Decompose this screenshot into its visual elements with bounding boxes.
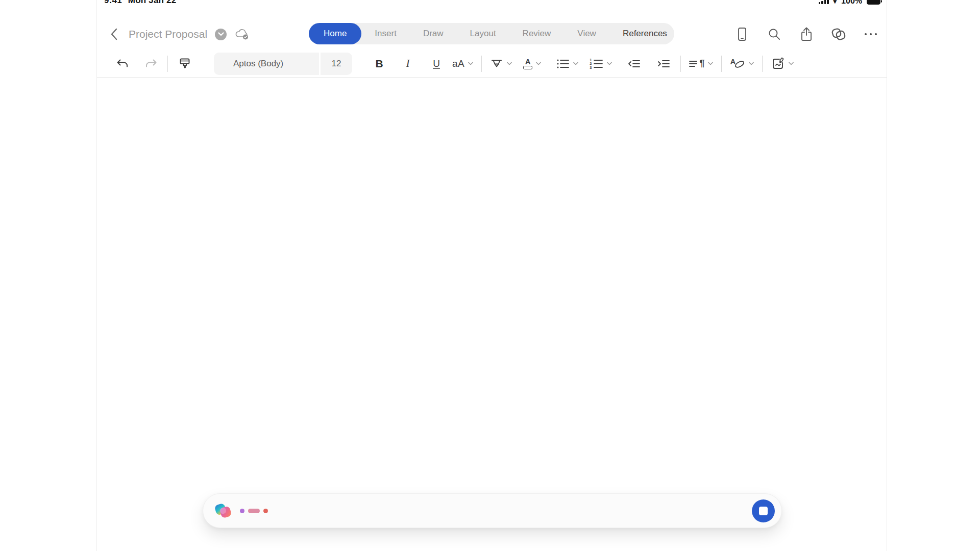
bold-button[interactable]: B [371, 53, 388, 75]
bullet-list-icon [556, 58, 570, 69]
format-painter-button[interactable] [176, 53, 193, 75]
typing-dot [263, 509, 268, 513]
font-name-selector[interactable]: Aptos (Body) [214, 53, 319, 75]
indent-icon [657, 59, 670, 69]
numbered-list-button[interactable]: 1 2 3 [590, 53, 612, 75]
format-painter-icon [178, 57, 191, 70]
copilot-button[interactable] [831, 27, 846, 42]
mobile-view-icon [737, 27, 748, 42]
status-time-date: 9:41 Mon Jan 22 [104, 0, 176, 6]
header-actions [734, 22, 878, 46]
tab-review[interactable]: Review [509, 23, 565, 44]
underline-icon: U [433, 58, 440, 69]
share-button[interactable] [799, 27, 814, 42]
word-app-window: 9:41 Mon Jan 22 ▾ 100% Project Proposal [96, 0, 887, 551]
battery-icon [867, 0, 881, 5]
underline-button[interactable]: U [428, 53, 445, 75]
font-color-icon: A [523, 58, 532, 70]
tab-layout[interactable]: Layout [457, 23, 509, 44]
chevron-down-icon [749, 62, 754, 65]
bold-icon: B [375, 58, 383, 70]
copilot-typing-indicator [240, 509, 268, 513]
document-title-group: Project Proposal [129, 22, 250, 46]
toolbar-divider [680, 56, 681, 72]
ink-icon [771, 57, 785, 71]
title-dropdown-icon[interactable] [215, 29, 227, 40]
back-icon [109, 28, 120, 41]
italic-icon: I [406, 57, 410, 70]
typing-dash [248, 509, 260, 513]
copilot-icon [831, 27, 846, 42]
indent-button[interactable] [655, 53, 672, 75]
paragraph-formatting-button[interactable]: ¶ [689, 53, 713, 75]
copilot-bar [203, 493, 782, 528]
search-button[interactable] [767, 27, 782, 42]
copilot-logo [214, 502, 232, 520]
highlight-icon [490, 58, 503, 70]
formatting-toolbar: Aptos (Body) 12 B I U aA [97, 49, 887, 78]
highlight-button[interactable] [490, 53, 512, 75]
back-button[interactable] [107, 27, 121, 41]
status-time: 9:41 [104, 0, 122, 6]
styles-icon: A [730, 59, 745, 68]
share-icon [800, 27, 813, 42]
typing-dot [240, 509, 244, 513]
tab-references[interactable]: References [609, 23, 680, 44]
undo-icon [116, 58, 129, 69]
document-canvas[interactable] [97, 79, 887, 551]
tab-home[interactable]: Home [309, 23, 361, 44]
mobile-view-button[interactable] [734, 27, 750, 42]
document-title[interactable]: Project Proposal [129, 28, 207, 40]
cellular-signal-icon [819, 0, 829, 4]
search-icon [767, 27, 781, 41]
chevron-down-icon [607, 62, 612, 65]
toolbar-divider [167, 56, 168, 72]
ios-status-bar: 9:41 Mon Jan 22 ▾ 100% [97, 0, 887, 10]
header-bar: Project Proposal Home Insert Draw Layout… [97, 22, 887, 46]
chevron-down-icon [507, 62, 512, 65]
redo-icon [144, 58, 158, 69]
toolbar-divider [762, 56, 763, 72]
redo-button[interactable] [143, 53, 159, 75]
outdent-icon [627, 59, 641, 69]
tab-view[interactable]: View [564, 23, 609, 44]
stop-generating-button[interactable] [752, 499, 775, 522]
chevron-down-icon [573, 62, 578, 65]
tab-insert[interactable]: Insert [361, 23, 410, 44]
cloud-saved-icon[interactable] [234, 28, 250, 41]
wifi-icon: ▾ [834, 0, 837, 5]
text-size-case-button[interactable]: aA [452, 53, 473, 75]
more-icon [864, 32, 878, 36]
tab-draw[interactable]: Draw [410, 23, 457, 44]
chevron-down-icon [468, 62, 473, 65]
italic-button[interactable]: I [399, 53, 416, 75]
chevron-down-icon [789, 62, 794, 65]
chevron-down-icon [708, 62, 713, 65]
status-indicators: ▾ 100% [819, 0, 881, 6]
status-date: Mon Jan 22 [128, 0, 177, 6]
toolbar-divider [481, 56, 482, 72]
ribbon-tabs: Home Insert Draw Layout Review View Refe… [309, 23, 674, 44]
bullet-list-button[interactable] [556, 53, 578, 75]
styles-button[interactable]: A [730, 53, 754, 75]
outdent-button[interactable] [625, 53, 643, 75]
font-color-button[interactable]: A [523, 53, 541, 75]
font-size-selector[interactable]: 12 [321, 53, 352, 75]
toolbar-divider [721, 56, 722, 72]
undo-button[interactable] [114, 53, 131, 75]
numbered-list-icon: 1 2 3 [590, 58, 592, 69]
chevron-down-icon [536, 62, 541, 65]
ink-annotate-button[interactable] [771, 53, 794, 75]
more-button[interactable] [863, 27, 878, 42]
stop-icon [759, 507, 768, 515]
battery-percent: 100% [841, 0, 862, 6]
text-case-icon: aA [452, 58, 464, 69]
paragraph-icon [689, 59, 698, 69]
